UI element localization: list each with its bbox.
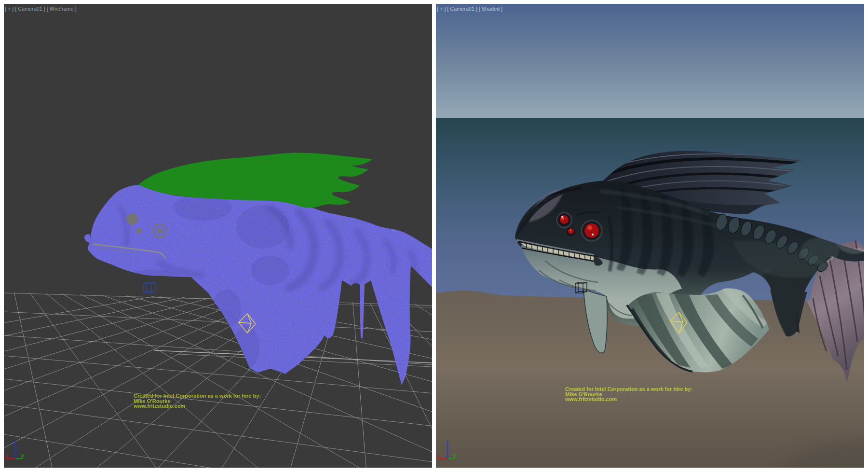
svg-text:x: x bbox=[5, 454, 8, 459]
svg-text:y: y bbox=[21, 453, 24, 458]
svg-text:z: z bbox=[446, 439, 448, 444]
svg-text:z: z bbox=[14, 439, 16, 444]
svg-text:y: y bbox=[453, 453, 456, 458]
svg-text:x: x bbox=[437, 454, 440, 459]
